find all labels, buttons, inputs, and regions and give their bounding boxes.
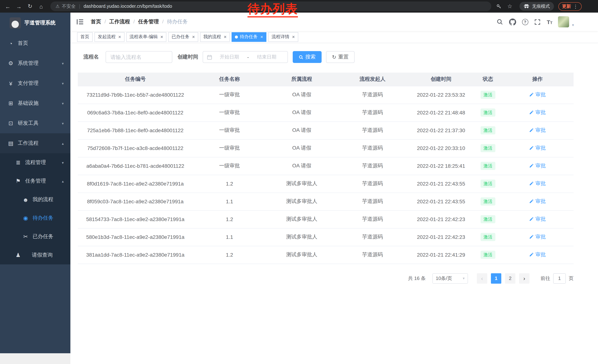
starter-cell: 芋道源码 bbox=[337, 175, 408, 193]
breadcrumb-item[interactable]: 工作流程 bbox=[109, 18, 138, 25]
range-separator: - bbox=[247, 54, 249, 60]
task-id-cell: 8f059c03-7ac8-11ec-a9e2-a2380e71991a bbox=[78, 193, 193, 210]
close-icon[interactable]: × bbox=[260, 34, 263, 39]
close-icon[interactable]: × bbox=[160, 34, 163, 39]
task-name-cell: 1.2 bbox=[193, 175, 266, 193]
page-button-2[interactable]: 2 bbox=[505, 273, 515, 283]
page-button-1[interactable]: 1 bbox=[491, 273, 501, 283]
approve-link[interactable]: 审批 bbox=[529, 162, 546, 169]
menu-dots-icon[interactable]: ⋮ bbox=[573, 4, 578, 9]
sidebar-item-label: 待办任务 bbox=[33, 215, 53, 221]
sidebar-item-infrastructure[interactable]: ⊞ 基础设施 ▾ bbox=[0, 93, 70, 113]
sidebar-item-system[interactable]: ⚙ 系统管理 ▾ bbox=[0, 53, 70, 73]
active-dot bbox=[235, 35, 238, 38]
process-name-input[interactable] bbox=[106, 51, 172, 63]
reload-icon[interactable]: ↻ bbox=[25, 1, 35, 11]
goto-label: 前往 bbox=[540, 275, 550, 282]
date-range-picker[interactable]: 开始日期 - 结束日期 bbox=[203, 51, 288, 63]
key-icon[interactable] bbox=[494, 2, 503, 11]
chevron-icon: ▾ bbox=[62, 101, 64, 105]
sidebar-item-label: 系统管理 bbox=[18, 60, 39, 67]
fullscreen-icon[interactable] bbox=[534, 18, 541, 25]
sidebar-item-todo-task[interactable]: ◉ 待办任务 bbox=[0, 209, 70, 227]
total-count: 共 16 条 bbox=[408, 275, 426, 282]
close-icon[interactable]: × bbox=[224, 34, 227, 39]
security-label: 不安全 bbox=[62, 3, 76, 9]
approve-link[interactable]: 审批 bbox=[529, 180, 546, 187]
approve-link[interactable]: 审批 bbox=[529, 198, 546, 205]
pagination-bar: 共 16 条 10条/页 ▾ ‹ 1 2 › 前往 页 bbox=[78, 273, 573, 283]
chevron-down-icon: ▾ bbox=[463, 276, 465, 280]
sidebar-item-label: 基础设施 bbox=[18, 100, 39, 107]
forward-icon[interactable]: → bbox=[14, 1, 24, 11]
task-id-cell: 58154733-7ac8-11ec-a9e2-a2380e71991a bbox=[78, 210, 193, 228]
status-badge: 激活 bbox=[481, 251, 495, 259]
approve-link[interactable]: 审批 bbox=[529, 216, 546, 223]
sidebar-item-dev-tools[interactable]: ⊡ 研发工具 ▾ bbox=[0, 113, 70, 133]
chevron-icon: ▾ bbox=[62, 81, 64, 85]
tab-process-form-edit[interactable]: 流程表单-编辑 × bbox=[126, 32, 166, 42]
chevron-icon: ▾ bbox=[62, 161, 64, 165]
approve-link[interactable]: 审批 bbox=[529, 91, 546, 98]
bookmark-star-icon[interactable]: ☆ bbox=[505, 2, 514, 11]
tab-my-process[interactable]: 我的流程 × bbox=[200, 32, 230, 42]
filter-bar: 流程名 创建时间 开始日期 - 结束日期 bbox=[78, 51, 573, 63]
sidebar-item-leave-query[interactable]: ♟ 请假查询 bbox=[0, 246, 70, 264]
breadcrumb-item[interactable]: 首页 bbox=[91, 18, 109, 25]
github-icon[interactable] bbox=[509, 18, 516, 25]
sidebar-item-done-task[interactable]: ✂ 已办任务 bbox=[0, 227, 70, 246]
home-icon[interactable]: ⌂ bbox=[36, 1, 46, 11]
tab-todo-tasks[interactable]: 待办任务 × bbox=[232, 32, 266, 42]
tab-process-detail[interactable]: 流程详情 × bbox=[268, 32, 298, 42]
app-title: 芋道管理系统 bbox=[25, 20, 56, 26]
close-icon[interactable]: × bbox=[192, 34, 195, 39]
sidebar-item-home[interactable]: ◔ 首页 bbox=[0, 33, 70, 53]
font-size-icon[interactable]: TT bbox=[547, 19, 552, 25]
tab-home[interactable]: 首页 bbox=[77, 32, 93, 42]
search-button[interactable]: 搜索 bbox=[293, 51, 322, 63]
avatar-caret-icon[interactable]: ▾ bbox=[572, 23, 574, 27]
task-name-cell: 一级审批 bbox=[193, 104, 266, 121]
reset-button[interactable]: ↻ 重置 bbox=[326, 51, 354, 63]
help-icon[interactable]: ? bbox=[522, 19, 528, 25]
approve-link[interactable]: 审批 bbox=[529, 109, 546, 116]
todo-task-table: 任务编号 任务名称 所属流程 流程发起人 创建时间 状态 bbox=[78, 73, 573, 264]
search-icon[interactable] bbox=[496, 18, 503, 25]
next-page-button[interactable]: › bbox=[519, 273, 530, 283]
task-id-cell: 8f0d1619-7ac8-11ec-a9e2-a2380e71991a bbox=[78, 175, 193, 193]
prev-page-button[interactable]: ‹ bbox=[477, 273, 487, 283]
breadcrumb-item[interactable]: 待办任务 bbox=[167, 18, 188, 25]
create-time-cell: 2022-01-22 20:33:10 bbox=[408, 139, 474, 157]
approve-link[interactable]: 审批 bbox=[529, 234, 546, 240]
sidebar-item-my-process[interactable]: ☻ 我的流程 bbox=[0, 190, 70, 209]
breadcrumb-item[interactable]: 任务管理 bbox=[138, 18, 167, 25]
approve-link[interactable]: 审批 bbox=[529, 145, 546, 152]
table-header-row: 任务编号 任务名称 所属流程 流程发起人 创建时间 状态 bbox=[78, 73, 573, 86]
approve-link[interactable]: 审批 bbox=[529, 251, 546, 258]
tab-done-tasks[interactable]: 已办任务 × bbox=[168, 32, 198, 42]
back-icon[interactable]: ← bbox=[3, 1, 13, 11]
avatar[interactable] bbox=[558, 16, 569, 27]
sidebar: 芋道管理系统 ◔ 首页 ⚙ 系统管理 ▾ bbox=[0, 13, 70, 353]
page-size-select[interactable]: 10条/页 ▾ bbox=[432, 273, 468, 283]
sidebar-item-task-manage[interactable]: ⚑ 任务管理 ▴ bbox=[0, 172, 70, 190]
task-id-cell: 069c6a63-7b8a-11ec-8ef0-acde48001122 bbox=[78, 104, 193, 121]
sidebar-item-process-manage[interactable]: ≣ 流程管理 ▾ bbox=[0, 153, 70, 172]
approve-link[interactable]: 审批 bbox=[529, 127, 546, 134]
close-icon[interactable]: × bbox=[292, 34, 295, 39]
sidebar-item-label: 流程管理 bbox=[25, 159, 46, 166]
tab-initiate-process[interactable]: 发起流程 × bbox=[94, 32, 124, 42]
hamburger-icon[interactable] bbox=[76, 18, 84, 26]
goto-page-input[interactable] bbox=[553, 273, 566, 283]
update-chip[interactable]: 更新 ⋮ bbox=[558, 2, 582, 11]
edit-icon bbox=[529, 252, 534, 257]
edit-icon bbox=[529, 92, 534, 97]
sidebar-item-label: 工作流程 bbox=[18, 140, 39, 147]
task-name-cell: 1.1 bbox=[193, 228, 266, 246]
close-icon[interactable]: × bbox=[118, 34, 121, 39]
starter-cell: 芋道源码 bbox=[337, 121, 408, 139]
sidebar-item-workflow[interactable]: ▤ 工作流程 ▴ bbox=[0, 133, 70, 153]
sidebar-item-payment[interactable]: ¥ 支付管理 ▾ bbox=[0, 73, 70, 93]
app-logo[interactable]: 芋道管理系统 bbox=[0, 13, 70, 33]
create-time-cell: 2022-01-22 18:25:41 bbox=[408, 157, 474, 175]
